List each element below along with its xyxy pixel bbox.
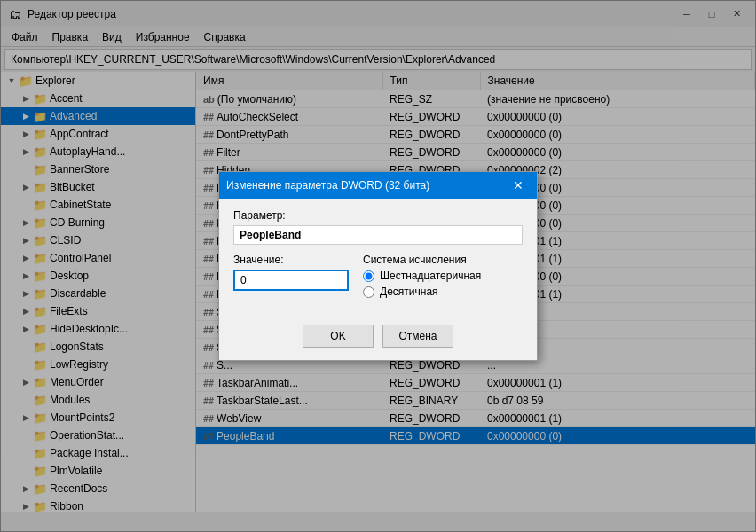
dialog-value-row: Значение: Система исчисления Шестнадцате… xyxy=(233,254,523,298)
radio-dec-text: Десятичная xyxy=(380,286,438,298)
param-label: Параметр: xyxy=(233,209,523,222)
dialog-body: Параметр: PeopleBand Значение: Система и… xyxy=(219,199,537,317)
system-label: Система исчисления xyxy=(363,254,523,266)
dialog-footer: OK Отмена xyxy=(219,317,537,360)
dialog-cancel-button[interactable]: Отмена xyxy=(382,325,453,348)
dialog-overlay: Изменение параметра DWORD (32 бита) ✕ Па… xyxy=(0,0,756,532)
dialog-title: Изменение параметра DWORD (32 бита) xyxy=(226,179,507,192)
value-label: Значение: xyxy=(233,254,349,266)
dword-dialog: Изменение параметра DWORD (32 бита) ✕ Па… xyxy=(218,171,538,361)
dialog-close-button[interactable]: ✕ xyxy=(507,176,530,195)
dialog-title-bar: Изменение параметра DWORD (32 бита) ✕ xyxy=(219,172,537,199)
system-group: Система исчисления Шестнадцатеричная Дес… xyxy=(363,254,523,298)
value-input[interactable] xyxy=(233,270,349,291)
radio-dec[interactable] xyxy=(363,286,374,298)
radio-hex[interactable] xyxy=(363,270,374,282)
radio-hex-text: Шестнадцатеричная xyxy=(380,270,481,282)
param-value: PeopleBand xyxy=(233,225,523,245)
radio-hex-label[interactable]: Шестнадцатеричная xyxy=(363,270,523,282)
value-group: Значение: xyxy=(233,254,349,298)
dialog-ok-button[interactable]: OK xyxy=(303,325,374,348)
radio-dec-label[interactable]: Десятичная xyxy=(363,286,523,298)
radio-group: Шестнадцатеричная Десятичная xyxy=(363,270,523,298)
